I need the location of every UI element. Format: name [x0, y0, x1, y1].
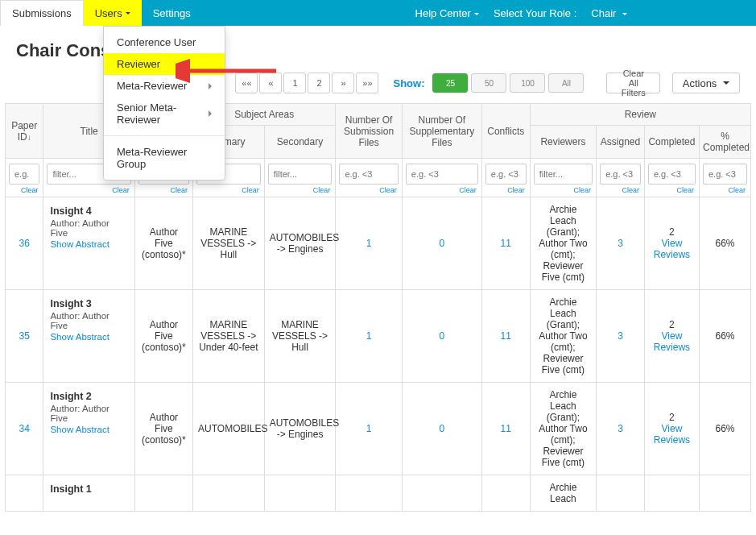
cell-reviewers: Archie Leach (Grant); Author Two (cmt); …	[530, 290, 596, 383]
filter-completed-clear[interactable]: Clear	[648, 186, 696, 197]
paper-title: Insight 2	[50, 391, 127, 402]
show-abstract-link[interactable]: Show Abstract	[50, 425, 109, 434]
dropdown-item-meta-reviewer[interactable]: Meta-Reviewer	[104, 75, 225, 97]
filter-reviewers-clear[interactable]: Clear	[534, 186, 593, 197]
view-reviews-link[interactable]: View Reviews	[650, 330, 694, 353]
filter-conflicts-clear[interactable]: Clear	[485, 186, 527, 197]
page-size-100[interactable]: 100	[510, 73, 545, 93]
cell-reviewers: Archie Leach	[530, 475, 596, 512]
filter-assigned-clear[interactable]: Clear	[600, 186, 641, 197]
dropdown-item-reviewer[interactable]: Reviewer	[104, 53, 225, 75]
page-size-all[interactable]: All	[548, 73, 584, 93]
col-header-assigned[interactable]: Assigned	[597, 126, 645, 159]
paper-title: Insight 1	[50, 483, 127, 495]
pager-last[interactable]: »»	[356, 73, 378, 93]
page-size-25[interactable]: 25	[432, 73, 468, 93]
cell-pct: 66%	[699, 290, 750, 383]
filter-sub-files[interactable]	[339, 164, 398, 185]
cell-authors_cell: Author Five (contoso)*	[134, 290, 192, 383]
page-size-50[interactable]: 50	[471, 73, 506, 93]
caret-down-icon	[622, 13, 627, 15]
filter-pct-clear[interactable]: Clear	[703, 186, 747, 197]
cell-assigned-link[interactable]: 3	[618, 330, 623, 342]
cell-pct	[699, 475, 750, 512]
sort-desc-icon: ↓	[27, 133, 31, 142]
cell-sup_files-link[interactable]: 0	[440, 330, 445, 342]
pager-page-1[interactable]: 1	[283, 73, 306, 93]
filter-primary-clear[interactable]: Clear	[196, 186, 261, 197]
dropdown-item-senior-meta-reviewer[interactable]: Senior Meta-Reviewer	[104, 97, 225, 131]
col-header-pct-completed[interactable]: % Completed	[699, 126, 750, 159]
cell-secondary: AUTOMOBILES -> Engines	[264, 383, 336, 475]
show-abstract-link[interactable]: Show Abstract	[50, 239, 109, 249]
cell-assigned-link[interactable]: 3	[618, 238, 623, 249]
view-reviews-link[interactable]: View Reviews	[650, 423, 694, 446]
cell-reviewers: Archie Leach (Grant); Author Two (cmt); …	[530, 197, 596, 290]
cell-conflicts-link[interactable]: 11	[501, 238, 511, 249]
clear-all-filters-button[interactable]: Clear All Filters	[606, 73, 660, 93]
tab-submissions[interactable]: Submissions	[0, 0, 84, 26]
col-header-secondary[interactable]: Secondary	[264, 126, 336, 159]
col-header-sup-files[interactable]: Number Of Supplementary Files	[402, 104, 481, 159]
show-abstract-link[interactable]: Show Abstract	[50, 332, 109, 342]
paper-id-link[interactable]: 35	[19, 330, 30, 342]
page-size-buttons: 2550100All	[432, 73, 584, 93]
col-header-review: Review	[530, 104, 750, 126]
filter-title-clear[interactable]: Clear	[47, 186, 130, 197]
pager-prev[interactable]: «	[259, 73, 282, 93]
filter-assigned[interactable]	[600, 164, 641, 185]
table-row: 34Insight 2Author: Author FiveShow Abstr…	[6, 383, 751, 475]
filter-sub-files-clear[interactable]: Clear	[339, 186, 398, 197]
submenu-arrow-icon	[209, 83, 212, 89]
tab-settings[interactable]: Settings	[142, 0, 202, 26]
col-header-paper-id[interactable]: Paper ID↓	[6, 104, 43, 159]
filter-sup-files-clear[interactable]: Clear	[406, 186, 478, 197]
pager-first[interactable]: ««	[235, 73, 258, 93]
filter-conflicts[interactable]	[485, 164, 527, 185]
actions-button[interactable]: Actions	[672, 73, 740, 93]
filter-sup-files[interactable]	[406, 164, 478, 185]
help-center-link[interactable]: Help Center	[415, 7, 479, 19]
cell-primary: AUTOMOBILES	[193, 383, 265, 475]
caret-down-icon	[723, 81, 729, 85]
cell-sup_files-link[interactable]: 0	[440, 423, 445, 434]
cell-pct: 66%	[699, 197, 750, 290]
col-header-reviewers[interactable]: Reviewers	[530, 126, 596, 159]
col-header-completed[interactable]: Completed	[644, 126, 699, 159]
cell-conflicts-link[interactable]: 11	[501, 330, 511, 342]
view-reviews-link[interactable]: View Reviews	[650, 238, 694, 260]
filter-pct[interactable]	[703, 164, 747, 185]
pager-next[interactable]: »	[332, 73, 354, 93]
col-header-sub-files[interactable]: Number Of Submission Files	[336, 104, 402, 159]
filter-secondary[interactable]	[268, 164, 333, 185]
cell-authors_cell	[134, 475, 192, 512]
cell-primary: MARINE VESSELS -> Under 40-feet	[193, 290, 265, 383]
filter-reviewers[interactable]	[534, 164, 593, 185]
cell-sub_files-link[interactable]: 1	[366, 238, 372, 249]
cell-conflicts-link[interactable]: 11	[501, 423, 511, 434]
cell-sub_files-link[interactable]: 1	[366, 423, 372, 434]
paper-id-link[interactable]: 34	[19, 423, 30, 434]
caret-down-icon	[474, 13, 479, 15]
filter-paper-id[interactable]	[9, 164, 39, 185]
role-selector[interactable]: Chair	[591, 7, 627, 19]
submenu-arrow-icon	[209, 110, 212, 117]
caret-down-icon	[126, 12, 130, 15]
col-header-conflicts[interactable]: Conflicts	[481, 104, 530, 159]
dropdown-item-meta-reviewer-group[interactable]: Meta-Reviewer Group	[104, 141, 225, 175]
cell-primary: MARINE VESSELS -> Hull	[193, 197, 265, 290]
tab-users[interactable]: Users	[84, 0, 142, 26]
filter-secondary-clear[interactable]: Clear	[268, 186, 333, 197]
cell-sup_files-link[interactable]: 0	[440, 238, 445, 249]
paper-id-link[interactable]: 36	[19, 238, 30, 249]
filter-completed[interactable]	[648, 164, 696, 185]
cell-assigned-link[interactable]: 3	[618, 423, 623, 434]
cell-sub_files-link[interactable]: 1	[366, 330, 372, 342]
dropdown-item-conference-user[interactable]: Conference User	[104, 31, 225, 53]
filter-paper-id-clear[interactable]: Clear	[9, 186, 39, 197]
pager-page-2[interactable]: 2	[308, 73, 330, 93]
users-dropdown: Conference UserReviewerMeta-ReviewerSeni…	[103, 26, 225, 180]
show-label: Show:	[393, 77, 424, 89]
table-row: 36Insight 4Author: Author FiveShow Abstr…	[6, 197, 751, 290]
filter-authors-clear[interactable]: Clear	[138, 186, 189, 197]
